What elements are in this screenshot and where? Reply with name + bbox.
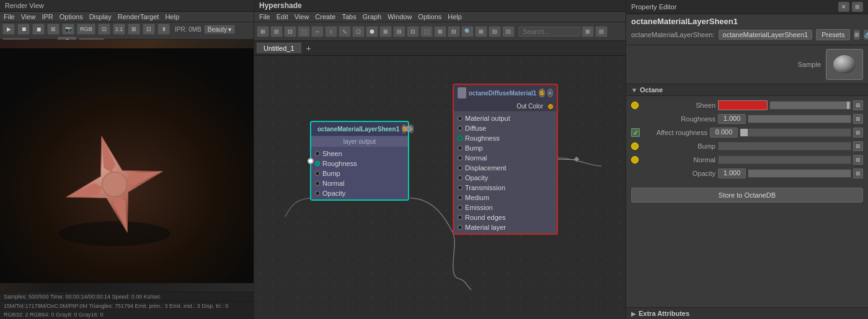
hyper-btn-14[interactable]: ⊞ [434, 26, 446, 37]
prop-expand-btn[interactable]: ⊞ [852, 2, 863, 12]
hyper-menu-create[interactable]: Create [315, 13, 335, 20]
sheen-in-bump[interactable] [315, 171, 320, 176]
bump-slider[interactable] [718, 142, 851, 151]
sheen-lock-btn[interactable]: ⊞ [853, 100, 863, 110]
diffuse-in-bump[interactable] [458, 146, 463, 151]
diffuse-in-matout[interactable] [458, 116, 463, 121]
beauty-dropdown[interactable]: Beauty ▾ [204, 25, 235, 34]
diffuse-in-roundedges[interactable] [458, 215, 463, 220]
render-btn-fit2[interactable]: ⊡ [143, 24, 155, 35]
diffuse-in-normal[interactable] [458, 155, 463, 160]
affect-roughness-lock-btn[interactable]: ⊞ [853, 128, 863, 138]
sheen-in-opacity[interactable] [315, 191, 320, 196]
hyper-btn-15[interactable]: ⊟ [448, 26, 460, 37]
opacity-value[interactable]: 1.000 [718, 168, 746, 178]
opacity-slider[interactable] [748, 169, 851, 178]
hyper-menu-window[interactable]: Window [388, 13, 412, 20]
normal-indicator[interactable] [631, 156, 639, 164]
affect-roughness-slider[interactable] [740, 128, 851, 137]
hyper-btn-9[interactable]: ⬢ [366, 26, 378, 37]
hyper-btn-7[interactable]: ⤡ [339, 26, 351, 37]
render-menu-file[interactable]: File [4, 13, 15, 20]
hyper-btn-8[interactable]: ⬡ [352, 26, 365, 37]
hyper-btn-20[interactable]: ⊟ [595, 26, 608, 37]
render-btn-6[interactable]: RGB [77, 24, 95, 35]
hyper-btn-4[interactable]: ⬚ [298, 26, 310, 37]
hyper-btn-search[interactable]: 🔍 [461, 26, 474, 37]
render-btn-2[interactable]: ⏹ [17, 24, 30, 35]
hyper-btn-1[interactable]: ⊞ [257, 26, 269, 37]
render-menu-help[interactable]: Help [165, 13, 179, 20]
hyper-search-input[interactable] [518, 27, 580, 37]
hyper-btn-10[interactable]: ⊞ [379, 26, 392, 37]
hyper-btn-17[interactable]: ⊟ [489, 26, 501, 37]
render-menu-ipr[interactable]: IPR [42, 13, 53, 20]
tab-untitled1[interactable]: Untitled_1 [257, 43, 301, 53]
hyper-btn-18[interactable]: ⊡ [502, 26, 515, 37]
hyper-menu-tabs[interactable]: Tabs [342, 13, 356, 20]
hyper-btn-12[interactable]: ⊡ [407, 26, 419, 37]
hyper-btn-2[interactable]: ⊟ [270, 26, 283, 37]
store-to-octanedb-btn[interactable]: Store to OctaneDB [631, 188, 863, 203]
hyper-menu-edit[interactable]: Edit [277, 13, 288, 20]
render-menu-view[interactable]: View [21, 13, 36, 20]
hyper-menu-help[interactable]: Help [448, 13, 462, 20]
render-btn-1[interactable]: ▶ [2, 24, 15, 35]
render-btn-fit1[interactable]: ⊞ [128, 24, 140, 35]
render-btn-3[interactable]: ◼ [32, 24, 45, 35]
hyper-btn-11[interactable]: ⊟ [393, 26, 405, 37]
hyper-menu-file[interactable]: File [259, 13, 270, 20]
render-btn-5[interactable]: 📷 [62, 24, 74, 35]
opacity-lock-btn[interactable]: ⊞ [853, 168, 863, 178]
render-menu-display[interactable]: Display [89, 13, 112, 20]
render-btn-4[interactable]: ⊞ [47, 24, 60, 35]
hyper-menu-view[interactable]: View [294, 13, 309, 20]
diffuse-lines-btn[interactable]: ≡ [547, 89, 553, 97]
normal-lock-btn[interactable]: ⊞ [853, 155, 863, 165]
sheen-left-connector[interactable] [308, 158, 314, 164]
render-menu-options[interactable]: Options [60, 13, 83, 20]
prop-close-btn[interactable]: ✕ [838, 2, 849, 12]
diffuse-in-diffuse[interactable] [458, 126, 463, 131]
diffuse-in-displacement[interactable] [458, 165, 463, 170]
affect-roughness-checkbox[interactable]: ✓ [631, 128, 640, 137]
render-btn-pause[interactable]: ⏸ [157, 24, 170, 35]
hyper-btn-19[interactable]: ⊞ [582, 26, 594, 37]
diffuse-out-color-port[interactable] [548, 104, 553, 109]
hyper-menu-options[interactable]: Options [418, 13, 441, 20]
roughness-slider[interactable] [748, 115, 851, 123]
sheen-color-swatch[interactable] [718, 100, 768, 110]
affect-roughness-value[interactable]: 0.000 [710, 128, 738, 138]
hyper-btn-3[interactable]: ⊡ [284, 26, 296, 37]
prop-icon-copy[interactable]: ⊞ [854, 30, 860, 40]
diffuse-in-opacity[interactable] [458, 175, 463, 180]
hyper-menu-graph[interactable]: Graph [363, 13, 382, 20]
bump-lock-btn[interactable]: ⊞ [853, 141, 863, 151]
octane-section-header[interactable]: ▼ Octane [626, 84, 868, 96]
diffuse-in-transmission[interactable] [458, 185, 463, 190]
render-btn-1-1[interactable]: 1:1 [113, 24, 125, 35]
render-menu-rendertarget[interactable]: RenderTarget [118, 13, 159, 20]
prop-icon-link[interactable]: 🔗 [864, 30, 868, 40]
sheen-in-normal[interactable] [315, 181, 320, 186]
presets-btn[interactable]: Presets [816, 29, 850, 40]
hyper-btn-5[interactable]: ↔ [311, 26, 324, 37]
hyper-btn-16[interactable]: ⊞ [475, 26, 487, 37]
diffuse-s-btn[interactable]: S [539, 89, 544, 97]
hyper-btn-6[interactable]: ↕ [325, 26, 337, 37]
extra-attributes-section[interactable]: ▶ Extra Attributes [626, 307, 868, 319]
sheen-right-output[interactable] [405, 126, 412, 132]
roughness-lock-btn[interactable]: ⊞ [853, 114, 863, 124]
prop-value[interactable]: octaneMaterialLayerSheen1 [719, 30, 813, 40]
sheen-in-sheen[interactable] [315, 151, 320, 156]
diffuse-in-roughness[interactable] [458, 136, 463, 141]
diffuse-in-emission[interactable] [458, 205, 463, 210]
hyper-btn-13[interactable]: ⬚ [420, 26, 433, 37]
diffuse-in-matlayer[interactable] [458, 225, 463, 230]
bump-indicator[interactable] [631, 142, 639, 150]
roughness-value[interactable]: 1.000 [718, 114, 746, 124]
render-btn-7[interactable]: ⊡ [98, 24, 110, 35]
sheen-slider[interactable] [769, 101, 851, 110]
diffuse-in-medium[interactable] [458, 195, 463, 200]
sheen-indicator[interactable] [631, 102, 639, 109]
